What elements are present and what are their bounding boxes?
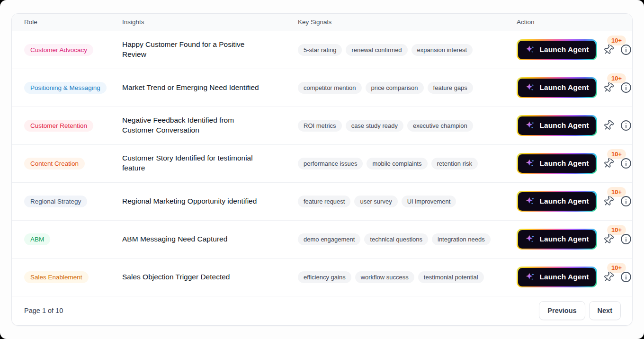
info-button[interactable] xyxy=(620,157,632,170)
launch-agent-button[interactable]: Launch Agent xyxy=(518,79,596,97)
pin-icon xyxy=(603,158,614,169)
page-background: Role Insights Key Signals Action Custome… xyxy=(0,0,644,339)
role-cell: Sales Enablement xyxy=(12,271,110,283)
insight-text: Sales Objection Trigger Detected xyxy=(110,272,268,282)
role-badge: Regional Strategy xyxy=(24,196,87,207)
signals-list: demo engagementtechnical questionsintegr… xyxy=(286,233,504,245)
launch-agent-button[interactable]: Launch Agent xyxy=(518,116,596,135)
launch-agent-button[interactable]: Launch Agent xyxy=(518,230,596,249)
signal-chip: integration needs xyxy=(432,233,491,245)
info-button[interactable] xyxy=(620,81,632,94)
pin-button[interactable] xyxy=(603,82,614,93)
launch-agent-label: Launch Agent xyxy=(540,273,589,281)
action-cell: Launch Agent xyxy=(504,259,632,296)
signal-chip: competitor mention xyxy=(298,82,362,94)
pin-button[interactable] xyxy=(603,233,614,245)
launch-agent-button-border: Launch Agent xyxy=(517,229,597,250)
info-button[interactable] xyxy=(620,271,632,283)
signal-chip: testimonial potential xyxy=(418,271,484,283)
insight-text: Regional Marketing Opportunity identifie… xyxy=(110,196,268,206)
info-button[interactable] xyxy=(620,195,632,207)
pin-icon xyxy=(603,44,614,55)
role-badge: Customer Retention xyxy=(24,120,93,132)
action-cell: Launch Agent xyxy=(504,221,632,258)
info-icon xyxy=(620,233,632,245)
count-badge: 10+ xyxy=(607,36,626,46)
signal-chip: 5-star rating xyxy=(298,44,342,56)
launch-agent-label: Launch Agent xyxy=(540,197,589,205)
column-header-action: Action xyxy=(504,18,632,26)
signal-chip: performance issues xyxy=(298,158,363,170)
previous-button[interactable]: Previous xyxy=(539,301,585,320)
pin-button[interactable] xyxy=(603,44,614,55)
signals-list: efficiency gainsworkflow successtestimon… xyxy=(286,271,504,283)
signal-chip: ROI metrics xyxy=(298,120,342,132)
signal-chip: efficiency gains xyxy=(298,271,351,283)
insights-table-card: Role Insights Key Signals Action Custome… xyxy=(11,13,633,326)
signal-chip: renewal confirmed xyxy=(346,44,407,56)
pin-button[interactable] xyxy=(603,196,614,207)
pin-button[interactable] xyxy=(603,158,614,169)
role-cell: Content Creation xyxy=(12,158,110,170)
column-header-role: Role xyxy=(12,18,110,26)
signals-list: 5-star ratingrenewal confirmedexpansion … xyxy=(286,44,504,56)
info-button[interactable] xyxy=(620,233,632,245)
launch-agent-button-border: Launch Agent xyxy=(517,153,597,174)
role-badge: Customer Advocacy xyxy=(24,44,93,56)
launch-agent-label: Launch Agent xyxy=(540,121,589,130)
action-cell: Launch Agent xyxy=(504,69,632,107)
role-cell: Regional Strategy xyxy=(12,196,110,207)
insight-text: Negative Feedback Identified from Custom… xyxy=(110,116,268,135)
insight-text: Market Trend or Emerging Need Identified xyxy=(110,83,268,93)
info-button[interactable] xyxy=(620,119,632,132)
role-cell: Customer Advocacy xyxy=(12,44,110,56)
count-badge: 10+ xyxy=(607,225,626,235)
signals-list: feature requestuser surveyUI improvement xyxy=(286,196,504,207)
table-body: Customer Advocacy Happy Customer Found f… xyxy=(12,31,632,296)
signal-chip: UI improvement xyxy=(402,196,456,207)
insight-text: ABM Messaging Need Captured xyxy=(110,234,268,244)
info-icon xyxy=(620,81,632,94)
launch-agent-button[interactable]: Launch Agent xyxy=(518,192,596,211)
table-row: Regional Strategy Regional Marketing Opp… xyxy=(12,183,632,221)
pin-icon xyxy=(603,271,614,283)
table-row: Content Creation Customer Story Identifi… xyxy=(12,145,632,183)
launch-agent-button[interactable]: Launch Agent xyxy=(518,154,596,173)
signal-chip: retention risk xyxy=(431,158,478,170)
signal-chip: demo engagement xyxy=(298,233,360,245)
launch-agent-button[interactable]: Launch Agent xyxy=(518,41,596,59)
launch-agent-button-border: Launch Agent xyxy=(517,39,597,60)
launch-agent-label: Launch Agent xyxy=(540,83,589,92)
insight-text: Customer Story Identified for testimonia… xyxy=(110,153,268,173)
role-badge: Content Creation xyxy=(24,158,85,170)
info-icon xyxy=(620,195,632,207)
info-icon xyxy=(620,44,632,56)
column-header-insights: Insights xyxy=(110,18,286,26)
signal-chip: executive champion xyxy=(407,120,473,132)
signal-chip: workflow success xyxy=(355,271,414,283)
launch-agent-button[interactable]: Launch Agent xyxy=(518,268,596,286)
table-row: ABM ABM Messaging Need Captured demo eng… xyxy=(12,221,632,259)
signal-chip: case study ready xyxy=(346,120,403,132)
signal-chip: feature gaps xyxy=(428,82,473,94)
count-badge: 10+ xyxy=(607,73,626,84)
table-row: Customer Advocacy Happy Customer Found f… xyxy=(12,31,632,69)
table-row: Sales Enablement Sales Objection Trigger… xyxy=(12,259,632,296)
count-badge: 10+ xyxy=(607,149,626,160)
table-row: Customer Retention Negative Feedback Ide… xyxy=(12,107,632,145)
info-button[interactable] xyxy=(620,44,632,56)
pagination-controls: Previous Next xyxy=(539,301,621,320)
signal-chip: price comparison xyxy=(366,82,424,94)
sparkles-icon xyxy=(525,196,536,206)
role-badge: ABM xyxy=(24,233,50,245)
info-icon xyxy=(620,271,632,283)
launch-agent-button-border: Launch Agent xyxy=(517,77,597,98)
pin-button[interactable] xyxy=(603,120,614,131)
action-cell: Launch Agent xyxy=(504,107,632,144)
signal-chip: feature request xyxy=(298,196,350,207)
role-cell: ABM xyxy=(12,233,110,245)
signal-chip: mobile complaints xyxy=(367,158,427,170)
signals-list: ROI metricscase study readyexecutive cha… xyxy=(286,120,504,132)
next-button[interactable]: Next xyxy=(589,301,621,320)
pin-button[interactable] xyxy=(603,271,614,283)
